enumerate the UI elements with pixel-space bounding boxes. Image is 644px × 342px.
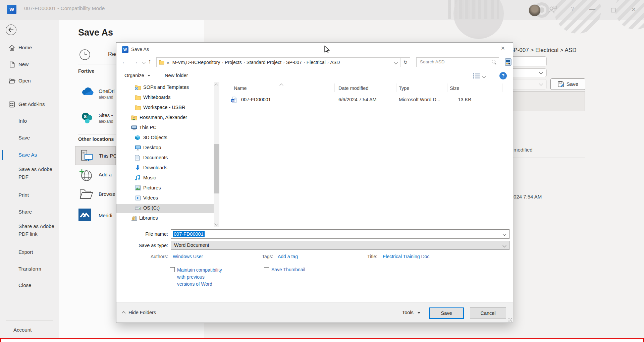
save-as-type-select[interactable]: Word Document (171, 241, 509, 250)
maintain-compatibility-label[interactable]: Maintain compatibility with previous ver… (177, 267, 222, 288)
restore-button[interactable] (611, 8, 615, 12)
sidebar-item-save-adobe-pdf[interactable]: Save as Adobe PDF (0, 165, 59, 181)
breadcrumb-segment[interactable]: M-Vm,D-BCRepository (171, 60, 222, 65)
help-button[interactable]: ? (499, 72, 507, 79)
tree-item-music[interactable]: Music (135, 174, 140, 183)
sidebar-item-save-as[interactable]: Save As (0, 149, 59, 161)
sidebar-item-export[interactable]: Export (0, 246, 59, 258)
location-add-place[interactable]: Add a (99, 172, 116, 178)
tools-menu[interactable]: Tools (402, 310, 414, 315)
authors-value[interactable]: Windows User (173, 254, 203, 259)
sidebar-item-info[interactable]: Info (0, 115, 59, 127)
sidebar-item-share[interactable]: Share (0, 206, 59, 218)
breadcrumb-segment[interactable]: Projects (223, 60, 244, 65)
sidebar-item-get-addins[interactable]: Get Add-ins (0, 99, 59, 110)
breadcrumb-segment[interactable]: Electrical (305, 60, 327, 65)
sidebar-item-home[interactable]: Home (0, 42, 59, 53)
file-row[interactable]: W 007-FD00001 6/6/2024 7:54 AM Microsoft… (227, 95, 509, 105)
sidebar-item-account[interactable]: Account (0, 324, 59, 336)
save-thumbnail-label[interactable]: Save Thumbnail (271, 267, 305, 272)
tree-item-pictures[interactable]: Pictures (135, 184, 141, 193)
tree-item-whiteboards[interactable]: Whiteboards (135, 93, 141, 103)
view-list-icon[interactable] (473, 73, 480, 79)
hide-folders-button[interactable]: Hide Folders (128, 310, 156, 315)
tree-item-3d-objects[interactable]: 3D Objects (135, 133, 141, 143)
scrollbar-thumb[interactable] (214, 144, 219, 193)
tree-item-this-pc[interactable]: This PC (131, 123, 137, 133)
breadcrumb-segment[interactable]: Standard Project (245, 60, 283, 65)
tree-item-sops-templates[interactable]: SOPs and Templates (135, 83, 141, 93)
tree-item-os-c-drive[interactable]: OS (C:) (135, 204, 141, 213)
breadcrumb-segment[interactable]: SP-007 (284, 60, 304, 65)
sidebar-item-transform[interactable]: Transform (0, 263, 59, 275)
tree-scrollbar[interactable] (214, 82, 219, 227)
sidebar-item-new[interactable]: New (0, 59, 59, 70)
file-name-input[interactable]: 007-FD00001 (171, 229, 509, 239)
sort-ascending-icon[interactable] (279, 83, 283, 87)
scroll-down-arrow[interactable] (214, 222, 218, 225)
help-glyph[interactable]: ? (571, 6, 574, 12)
sidebar-item-save[interactable]: Save (0, 132, 59, 144)
sidebar-item-open[interactable]: Open (0, 75, 59, 87)
search-input[interactable] (419, 59, 489, 65)
column-separator[interactable] (502, 83, 502, 92)
maintain-compatibility-checkbox[interactable] (170, 267, 175, 272)
onedrive-title: OneDri (99, 88, 116, 94)
column-separator[interactable] (447, 83, 447, 92)
close-button[interactable]: ✕ (631, 6, 636, 13)
tree-item-libraries[interactable]: Libraries (131, 214, 137, 223)
column-header-date-modified[interactable]: Date modified (338, 86, 368, 91)
feedback-person-icon[interactable] (548, 5, 557, 14)
tree-item-videos[interactable]: Videos (135, 194, 141, 203)
search-icon[interactable] (492, 60, 495, 63)
onedrive-entry[interactable]: OneDri alexand (99, 88, 116, 102)
dialog-cancel-button[interactable]: Cancel (470, 307, 506, 319)
scroll-up-arrow[interactable] (214, 83, 218, 87)
nav-up-button[interactable]: ↑ (148, 58, 151, 65)
column-header-name[interactable]: Name (234, 86, 247, 91)
file-name-dropdown-chevron[interactable] (502, 232, 506, 236)
location-meridian[interactable]: Meridi (99, 213, 116, 219)
backstage-breadcrumb[interactable]: SP-007 > Electrical > ASD (510, 47, 576, 54)
save-type-dropdown-chevron[interactable] (502, 243, 506, 247)
view-dropdown-chevron[interactable] (482, 74, 486, 78)
back-button[interactable] (6, 24, 16, 35)
sidebar-item-close[interactable]: Close (0, 280, 59, 291)
backstage-save-button[interactable]: Save (550, 78, 585, 90)
address-bar[interactable]: « M-Vm,D-BCRepository › Projects › Stand… (156, 57, 410, 67)
tags-value[interactable]: Add a tag (278, 254, 298, 259)
sidebar-item-print[interactable]: Print (0, 189, 59, 201)
column-header-type[interactable]: Type (399, 86, 409, 91)
refresh-button[interactable]: ↻ (401, 59, 410, 65)
dialog-save-button[interactable]: Save (429, 307, 464, 319)
nav-history-chevron[interactable] (142, 60, 146, 64)
tree-item-desktop[interactable]: Desktop (135, 144, 141, 153)
user-avatar[interactable] (529, 4, 541, 16)
nav-forward-button[interactable]: → (132, 59, 138, 65)
tree-item-documents[interactable]: Documents (135, 154, 140, 163)
column-header-size[interactable]: Size (450, 86, 459, 91)
column-separator[interactable] (396, 83, 396, 92)
new-folder-button[interactable]: New folder (165, 73, 188, 78)
resize-grip[interactable] (508, 318, 512, 322)
organize-menu[interactable]: Organize (124, 73, 150, 78)
address-dropdown-chevron[interactable] (394, 60, 398, 64)
tree-item-user-profile[interactable]: Rossmann, Alexander (131, 113, 137, 123)
ime-icon[interactable] (504, 58, 512, 66)
sidebar-item-share-adobe-link[interactable]: Share as Adobe PDF link (0, 222, 59, 238)
tree-item-label: SOPs and Templates (143, 84, 189, 90)
dialog-close-button[interactable]: ✕ (501, 45, 505, 51)
tree-item-workspace-usbr[interactable]: Workspace - USBR (135, 103, 141, 113)
save-thumbnail-checkbox[interactable] (264, 267, 269, 272)
location-browse[interactable]: Browse (99, 191, 116, 198)
nav-back-button[interactable]: ← (122, 59, 127, 65)
search-box[interactable] (416, 57, 499, 67)
breadcrumb-segment[interactable]: ASD (329, 60, 342, 65)
location-this-pc[interactable]: This PC (75, 146, 116, 165)
title-value[interactable]: Electrical Training Doc (383, 254, 429, 259)
open-folder-icon (9, 78, 15, 84)
tree-item-downloads[interactable]: Downloads (135, 164, 141, 173)
minimize-button[interactable]: — (589, 6, 595, 13)
column-separator[interactable] (334, 83, 335, 92)
sites-entry[interactable]: Sites - alexand (99, 112, 116, 126)
